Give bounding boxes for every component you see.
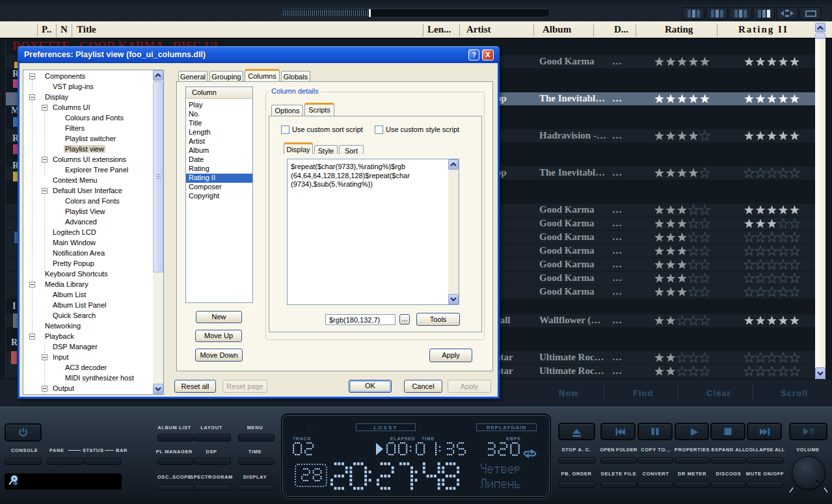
- svg-text:?: ?: [809, 427, 814, 436]
